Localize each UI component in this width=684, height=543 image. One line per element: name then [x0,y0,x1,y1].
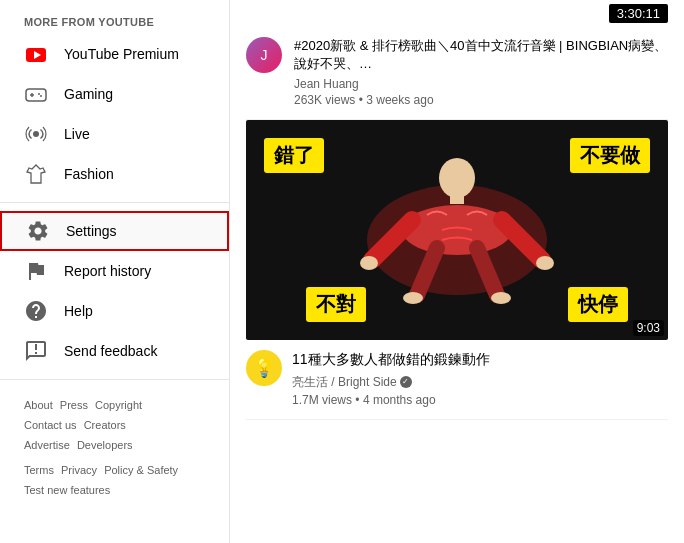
video-row-2: 錯了 不要做 不對 快停 9:03 💡 11種大多數人都做錯的鍛鍊動作 亮生活 … [246,120,668,420]
main-content: 3:30:11 J #2020新歌 & 排行榜歌曲＼40首中文流行音樂 | BI… [230,0,684,543]
video-text-info-2: 11種大多數人都做錯的鍛鍊動作 亮生活 / Bright Side 1.7M v… [292,350,490,407]
footer-link-copyright[interactable]: Copyright [95,399,142,411]
footer-link-press[interactable]: Press [60,399,88,411]
footer-link-developers[interactable]: Developers [77,439,133,451]
svg-point-11 [402,205,512,255]
sidebar-item-gaming[interactable]: Gaming [0,74,229,114]
video-title-2[interactable]: 11種大多數人都做錯的鍛鍊動作 [292,350,490,370]
video-meta-1: 263K views • 3 weeks ago [294,93,668,107]
svg-point-5 [38,93,40,95]
youtube-icon [24,42,48,66]
channel-avatar-1: J [246,37,282,73]
label-bot-right: 快停 [568,287,628,322]
sidebar-section-more-from-youtube: MORE FROM YOUTUBE [0,8,229,34]
footer-link-about[interactable]: About [24,399,53,411]
sidebar-item-youtube-premium[interactable]: YouTube Premium [0,34,229,74]
sidebar-item-help[interactable]: Help [0,291,229,331]
verified-icon [400,376,412,388]
footer-link-contact[interactable]: Contact us [24,419,77,431]
sidebar-item-send-feedback[interactable]: Send feedback [0,331,229,371]
video-thumbnail-2[interactable]: 錯了 不要做 不對 快停 9:03 [246,120,668,340]
footer-link-terms[interactable]: Terms [24,464,54,476]
live-icon [24,122,48,146]
sidebar-item-report-history[interactable]: Report history [0,251,229,291]
video-info-1: #2020新歌 & 排行榜歌曲＼40首中文流行音樂 | BINGBIAN病變、說… [294,37,668,107]
sidebar-item-fashion[interactable]: Fashion [0,154,229,194]
sidebar-item-label-help: Help [64,303,93,319]
video-channel-1: Jean Huang [294,77,668,91]
label-top-left: 錯了 [264,138,324,173]
sidebar-item-label-fashion: Fashion [64,166,114,182]
svg-point-15 [536,256,554,270]
svg-point-18 [403,292,423,304]
channel-icon-2: 💡 [246,350,282,386]
sidebar-item-label-report-history: Report history [64,263,151,279]
video-meta-2: 1.7M views • 4 months ago [292,393,490,407]
sidebar-divider-2 [0,379,229,380]
footer-link-creators[interactable]: Creators [84,419,126,431]
video-row-1: J #2020新歌 & 排行榜歌曲＼40首中文流行音樂 | BINGBIAN病變… [246,25,668,120]
sidebar-item-label-youtube-premium: YouTube Premium [64,46,179,62]
svg-point-7 [33,131,39,137]
svg-rect-10 [450,192,464,204]
footer-link-privacy[interactable]: Privacy [61,464,97,476]
help-icon [24,299,48,323]
feedback-icon [24,339,48,363]
svg-point-14 [360,256,378,270]
video-channel-2: 亮生活 / Bright Side [292,374,490,391]
svg-rect-2 [26,89,46,101]
sidebar-item-live[interactable]: Live [0,114,229,154]
report-icon [24,259,48,283]
fashion-icon [24,162,48,186]
gaming-icon [24,82,48,106]
sidebar-item-settings[interactable]: Settings [0,211,229,251]
video-info-2: 💡 11種大多數人都做錯的鍛鍊動作 亮生活 / Bright Side 1.7M… [246,350,668,407]
sidebar-item-label-gaming: Gaming [64,86,113,102]
sidebar-item-label-send-feedback: Send feedback [64,343,157,359]
video-title-1[interactable]: #2020新歌 & 排行榜歌曲＼40首中文流行音樂 | BINGBIAN病變、說… [294,37,668,73]
svg-point-6 [40,95,42,97]
video-duration-2: 9:03 [633,320,664,336]
sidebar: MORE FROM YOUTUBE YouTube Premium Gaming [0,0,230,543]
footer-link-policy[interactable]: Policy & Safety [104,464,178,476]
footer-link-test-features[interactable]: Test new features [24,484,110,496]
footer-link-advertise[interactable]: Advertise [24,439,70,451]
sidebar-item-label-settings: Settings [66,223,117,239]
time-counter: 3:30:11 [609,4,668,23]
settings-icon [26,219,50,243]
sidebar-item-label-live: Live [64,126,90,142]
label-bot-left: 不對 [306,287,366,322]
top-bar: 3:30:11 [246,0,668,25]
sidebar-footer: About Press Copyright Contact us Creator… [0,388,229,509]
label-top-right: 不要做 [570,138,650,173]
svg-point-19 [491,292,511,304]
sidebar-divider-1 [0,202,229,203]
